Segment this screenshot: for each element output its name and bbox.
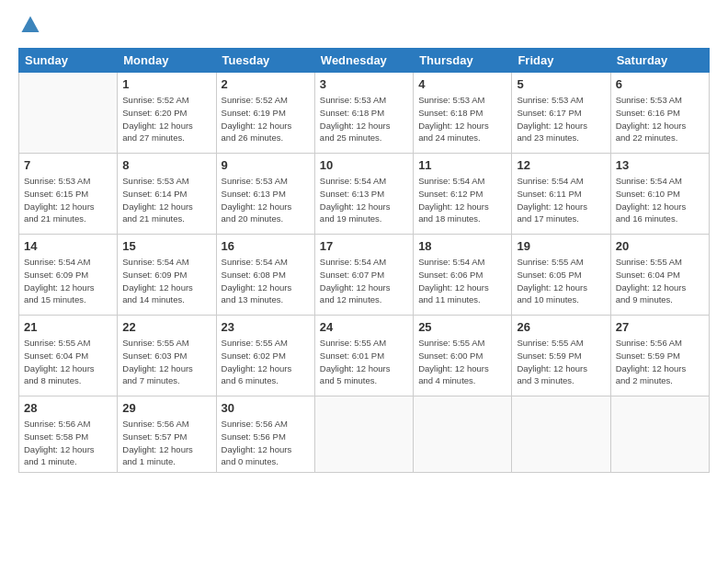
day-info: Sunrise: 5:53 AM Sunset: 6:13 PM Dayligh…	[222, 175, 310, 225]
day-number: 24	[320, 319, 408, 336]
week-row-1: 1Sunrise: 5:52 AM Sunset: 6:20 PM Daylig…	[19, 73, 710, 154]
day-info: Sunrise: 5:56 AM Sunset: 5:57 PM Dayligh…	[122, 418, 210, 468]
day-number: 9	[222, 157, 310, 174]
day-cell-8: 8Sunrise: 5:53 AM Sunset: 6:14 PM Daylig…	[118, 154, 216, 235]
day-header-friday: Friday	[512, 49, 610, 73]
day-number: 11	[418, 157, 506, 174]
day-cell-20: 20Sunrise: 5:55 AM Sunset: 6:04 PM Dayli…	[610, 235, 709, 316]
day-number: 3	[320, 76, 408, 93]
day-info: Sunrise: 5:52 AM Sunset: 6:19 PM Dayligh…	[222, 94, 310, 144]
day-info: Sunrise: 5:54 AM Sunset: 6:08 PM Dayligh…	[222, 256, 310, 306]
day-info: Sunrise: 5:55 AM Sunset: 6:03 PM Dayligh…	[122, 337, 210, 387]
day-info: Sunrise: 5:54 AM Sunset: 6:13 PM Dayligh…	[320, 175, 408, 225]
day-info: Sunrise: 5:56 AM Sunset: 5:56 PM Dayligh…	[222, 418, 310, 468]
day-cell-10: 10Sunrise: 5:54 AM Sunset: 6:13 PM Dayli…	[314, 154, 413, 235]
day-cell-11: 11Sunrise: 5:54 AM Sunset: 6:12 PM Dayli…	[414, 154, 512, 235]
logo	[18, 15, 44, 39]
day-number: 6	[616, 76, 704, 93]
day-info: Sunrise: 5:56 AM Sunset: 5:59 PM Dayligh…	[616, 337, 704, 387]
day-number: 20	[616, 238, 704, 255]
day-info: Sunrise: 5:54 AM Sunset: 6:07 PM Dayligh…	[320, 256, 408, 306]
empty-cell-4-4	[414, 396, 512, 473]
day-cell-9: 9Sunrise: 5:53 AM Sunset: 6:13 PM Daylig…	[216, 154, 314, 235]
day-cell-30: 30Sunrise: 5:56 AM Sunset: 5:56 PM Dayli…	[216, 396, 314, 473]
day-cell-14: 14Sunrise: 5:54 AM Sunset: 6:09 PM Dayli…	[19, 235, 118, 316]
empty-cell-4-5	[512, 396, 610, 473]
day-number: 12	[517, 157, 605, 174]
day-number: 30	[222, 400, 310, 417]
day-cell-17: 17Sunrise: 5:54 AM Sunset: 6:07 PM Dayli…	[314, 235, 413, 316]
day-info: Sunrise: 5:54 AM Sunset: 6:10 PM Dayligh…	[616, 175, 704, 225]
day-number: 8	[122, 157, 210, 174]
day-info: Sunrise: 5:54 AM Sunset: 6:12 PM Dayligh…	[418, 175, 506, 225]
day-number: 26	[517, 319, 605, 336]
week-row-4: 21Sunrise: 5:55 AM Sunset: 6:04 PM Dayli…	[19, 316, 710, 396]
day-info: Sunrise: 5:53 AM Sunset: 6:17 PM Dayligh…	[517, 94, 605, 144]
page: SundayMondayTuesdayWednesdayThursdayFrid…	[0, 0, 728, 563]
day-info: Sunrise: 5:53 AM Sunset: 6:18 PM Dayligh…	[320, 94, 408, 144]
day-info: Sunrise: 5:53 AM Sunset: 6:18 PM Dayligh…	[418, 94, 506, 144]
week-row-2: 7Sunrise: 5:53 AM Sunset: 6:15 PM Daylig…	[19, 154, 710, 235]
header-row: SundayMondayTuesdayWednesdayThursdayFrid…	[19, 49, 710, 73]
day-cell-12: 12Sunrise: 5:54 AM Sunset: 6:11 PM Dayli…	[512, 154, 610, 235]
day-cell-7: 7Sunrise: 5:53 AM Sunset: 6:15 PM Daylig…	[19, 154, 118, 235]
day-cell-22: 22Sunrise: 5:55 AM Sunset: 6:03 PM Dayli…	[118, 316, 216, 396]
day-cell-13: 13Sunrise: 5:54 AM Sunset: 6:10 PM Dayli…	[610, 154, 709, 235]
day-header-sunday: Sunday	[19, 49, 118, 73]
day-number: 18	[418, 238, 506, 255]
day-cell-24: 24Sunrise: 5:55 AM Sunset: 6:01 PM Dayli…	[314, 316, 413, 396]
day-cell-1: 1Sunrise: 5:52 AM Sunset: 6:20 PM Daylig…	[118, 73, 216, 154]
day-header-wednesday: Wednesday	[314, 49, 413, 73]
header	[18, 15, 710, 39]
calendar-table: SundayMondayTuesdayWednesdayThursdayFrid…	[18, 48, 710, 473]
day-cell-16: 16Sunrise: 5:54 AM Sunset: 6:08 PM Dayli…	[216, 235, 314, 316]
day-header-tuesday: Tuesday	[216, 49, 314, 73]
day-cell-19: 19Sunrise: 5:55 AM Sunset: 6:05 PM Dayli…	[512, 235, 610, 316]
logo-icon	[20, 15, 40, 35]
day-info: Sunrise: 5:55 AM Sunset: 6:04 PM Dayligh…	[24, 337, 112, 387]
day-info: Sunrise: 5:54 AM Sunset: 6:09 PM Dayligh…	[122, 256, 210, 306]
svg-marker-0	[21, 16, 39, 32]
day-number: 14	[24, 238, 112, 255]
day-header-thursday: Thursday	[414, 49, 512, 73]
day-number: 22	[122, 319, 210, 336]
day-cell-3: 3Sunrise: 5:53 AM Sunset: 6:18 PM Daylig…	[314, 73, 413, 154]
day-info: Sunrise: 5:55 AM Sunset: 6:02 PM Dayligh…	[222, 337, 310, 387]
day-number: 25	[418, 319, 506, 336]
empty-cell-0-0	[19, 73, 118, 154]
day-info: Sunrise: 5:54 AM Sunset: 6:06 PM Dayligh…	[418, 256, 506, 306]
empty-cell-4-6	[610, 396, 709, 473]
day-number: 4	[418, 76, 506, 93]
day-info: Sunrise: 5:55 AM Sunset: 6:05 PM Dayligh…	[517, 256, 605, 306]
day-cell-29: 29Sunrise: 5:56 AM Sunset: 5:57 PM Dayli…	[118, 396, 216, 473]
day-number: 15	[122, 238, 210, 255]
day-cell-18: 18Sunrise: 5:54 AM Sunset: 6:06 PM Dayli…	[414, 235, 512, 316]
day-info: Sunrise: 5:54 AM Sunset: 6:09 PM Dayligh…	[24, 256, 112, 306]
day-number: 1	[122, 76, 210, 93]
day-cell-2: 2Sunrise: 5:52 AM Sunset: 6:19 PM Daylig…	[216, 73, 314, 154]
day-number: 23	[222, 319, 310, 336]
week-row-3: 14Sunrise: 5:54 AM Sunset: 6:09 PM Dayli…	[19, 235, 710, 316]
day-cell-6: 6Sunrise: 5:53 AM Sunset: 6:16 PM Daylig…	[610, 73, 709, 154]
day-number: 7	[24, 157, 112, 174]
day-info: Sunrise: 5:55 AM Sunset: 6:00 PM Dayligh…	[418, 337, 506, 387]
day-number: 28	[24, 400, 112, 417]
day-number: 10	[320, 157, 408, 174]
day-number: 2	[222, 76, 310, 93]
day-cell-25: 25Sunrise: 5:55 AM Sunset: 6:00 PM Dayli…	[414, 316, 512, 396]
day-cell-23: 23Sunrise: 5:55 AM Sunset: 6:02 PM Dayli…	[216, 316, 314, 396]
day-number: 29	[122, 400, 210, 417]
day-number: 19	[517, 238, 605, 255]
day-info: Sunrise: 5:52 AM Sunset: 6:20 PM Dayligh…	[122, 94, 210, 144]
day-info: Sunrise: 5:55 AM Sunset: 5:59 PM Dayligh…	[517, 337, 605, 387]
day-number: 27	[616, 319, 704, 336]
day-cell-27: 27Sunrise: 5:56 AM Sunset: 5:59 PM Dayli…	[610, 316, 709, 396]
day-info: Sunrise: 5:54 AM Sunset: 6:11 PM Dayligh…	[517, 175, 605, 225]
day-info: Sunrise: 5:53 AM Sunset: 6:16 PM Dayligh…	[616, 94, 704, 144]
day-cell-28: 28Sunrise: 5:56 AM Sunset: 5:58 PM Dayli…	[19, 396, 118, 473]
day-info: Sunrise: 5:53 AM Sunset: 6:15 PM Dayligh…	[24, 175, 112, 225]
day-cell-5: 5Sunrise: 5:53 AM Sunset: 6:17 PM Daylig…	[512, 73, 610, 154]
empty-cell-4-3	[314, 396, 413, 473]
day-cell-15: 15Sunrise: 5:54 AM Sunset: 6:09 PM Dayli…	[118, 235, 216, 316]
day-number: 21	[24, 319, 112, 336]
